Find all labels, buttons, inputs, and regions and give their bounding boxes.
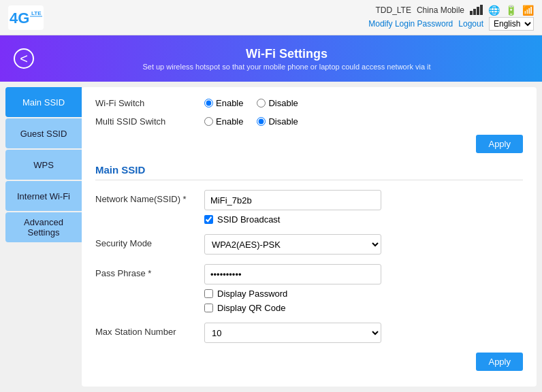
main-layout: Main SSID Guest SSID WPS Internet Wi-Fi … [0,82,542,392]
wifi-signal-icon: 📶 [522,5,534,16]
tdd-lte-label: TDD_LTE [376,5,411,15]
wifi-switch-radio-group: Enable Disable [204,98,298,108]
display-password-checkbox[interactable] [204,289,213,298]
wifi-switch-row: Wi-Fi Switch Enable Disable [95,98,523,108]
wifi-switch-enable-label: Enable [216,98,243,108]
network-name-input[interactable] [204,190,381,210]
sidebar-item-wps[interactable]: WPS [5,150,82,180]
ssid-broadcast-label: SSID Broadcast [217,214,281,225]
header-banner: < Wi-Fi Settings Set up wireless hotspot… [0,35,542,82]
sidebar-label-main-ssid: Main SSID [22,97,65,108]
network-name-row: Network Name(SSID) * SSID Broadcast [95,190,523,225]
top-bar: 4G LTE TDD_LTE China Mobile 🌐 🔋 📶 Modify… [0,0,542,35]
wifi-switch-enable-radio[interactable] [204,99,213,108]
svg-text:LTE: LTE [31,10,42,16]
globe-icon: 🌐 [488,5,500,16]
logo-icon: 4G LTE [8,5,44,30]
banner-subtitle: Set up wireless hotspot so that your mob… [45,63,528,71]
max-station-row: Max Station Number 10 16 32 [95,323,523,343]
wifi-switch-disable-radio[interactable] [257,99,266,108]
sidebar: Main SSID Guest SSID WPS Internet Wi-Fi … [0,82,82,392]
multi-ssid-switch-label: Multi SSID Switch [95,116,204,127]
wifi-switch-disable-label: Disable [268,98,298,108]
display-qr-code-checkbox-label[interactable]: Display QR Code [204,303,523,313]
links-row: Modify Login Password Logout English 中文 [368,17,534,31]
signal-row: TDD_LTE China Mobile 🌐 🔋 📶 [376,5,535,16]
sidebar-label-advanced-settings: Advanced Settings [10,217,78,238]
carrier-label: China Mobile [417,5,464,15]
pass-phrase-row: Pass Phrase * Display Password Display Q… [95,264,523,313]
max-station-select[interactable]: 10 16 32 [204,323,381,343]
apply-bottom-button[interactable]: Apply [476,353,523,371]
sidebar-item-main-ssid[interactable]: Main SSID [5,87,82,117]
sidebar-item-advanced-settings[interactable]: Advanced Settings [5,212,82,242]
network-name-control-area: SSID Broadcast [204,190,523,225]
svg-text:4G: 4G [10,10,29,27]
display-password-checkbox-label[interactable]: Display Password [204,289,523,299]
max-station-label: Max Station Number [95,323,204,337]
ssid-broadcast-checkbox[interactable] [204,215,213,224]
logo-area: 4G LTE [8,5,44,30]
pass-phrase-control-area: Display Password Display QR Code [204,264,523,313]
display-qr-code-checkbox[interactable] [204,304,213,312]
apply-top-button[interactable]: Apply [476,135,523,153]
multi-ssid-enable-option[interactable]: Enable [204,116,243,127]
banner-title: Wi-Fi Settings [45,47,528,61]
multi-ssid-enable-label: Enable [216,116,243,127]
apply-top-row: Apply [95,135,523,153]
sidebar-label-wps: WPS [33,160,54,170]
security-mode-label: Security Mode [95,234,204,248]
multi-ssid-disable-label: Disable [268,116,298,127]
top-right-area: TDD_LTE China Mobile 🌐 🔋 📶 Modify Login … [368,5,534,31]
signal-bars-icon [470,5,483,15]
display-qr-code-label: Display QR Code [217,303,285,313]
multi-ssid-disable-option[interactable]: Disable [257,116,298,127]
wifi-switch-disable-option[interactable]: Disable [257,98,298,108]
back-button[interactable]: < [14,48,34,69]
multi-ssid-radio-group: Enable Disable [204,116,298,127]
logout-link[interactable]: Logout [458,19,483,29]
apply-bottom-row: Apply [95,353,523,371]
max-station-control-area: 10 16 32 [204,323,523,343]
multi-ssid-enable-radio[interactable] [204,117,213,126]
sidebar-item-internet-wifi[interactable]: Internet Wi-Fi [5,181,82,211]
display-password-label: Display Password [217,289,287,299]
security-mode-row: Security Mode WPA2(AES)-PSK None WPA/WPA… [95,234,523,255]
content-area: Wi-Fi Switch Enable Disable Multi SSID S… [82,87,537,387]
pass-phrase-label: Pass Phrase * [95,264,204,278]
sidebar-label-guest-ssid: Guest SSID [20,129,67,139]
security-mode-select[interactable]: WPA2(AES)-PSK None WPA/WPA2-PSK [204,234,381,255]
multi-ssid-disable-radio[interactable] [257,117,266,126]
main-ssid-title: Main SSID [95,164,523,180]
multi-ssid-switch-row: Multi SSID Switch Enable Disable [95,116,523,127]
battery-icon: 🔋 [505,5,517,16]
language-select[interactable]: English 中文 [489,17,534,31]
modify-password-link[interactable]: Modify Login Password [368,19,453,29]
wifi-switch-label: Wi-Fi Switch [95,98,204,108]
pass-phrase-input[interactable] [204,264,381,284]
sidebar-label-internet-wifi: Internet Wi-Fi [17,191,70,201]
sidebar-item-guest-ssid[interactable]: Guest SSID [5,118,82,148]
wifi-switch-enable-option[interactable]: Enable [204,98,243,108]
security-mode-control-area: WPA2(AES)-PSK None WPA/WPA2-PSK [204,234,523,255]
network-name-label: Network Name(SSID) * [95,190,204,204]
ssid-broadcast-checkbox-label[interactable]: SSID Broadcast [204,214,523,225]
banner-text: Wi-Fi Settings Set up wireless hotspot s… [45,47,528,71]
